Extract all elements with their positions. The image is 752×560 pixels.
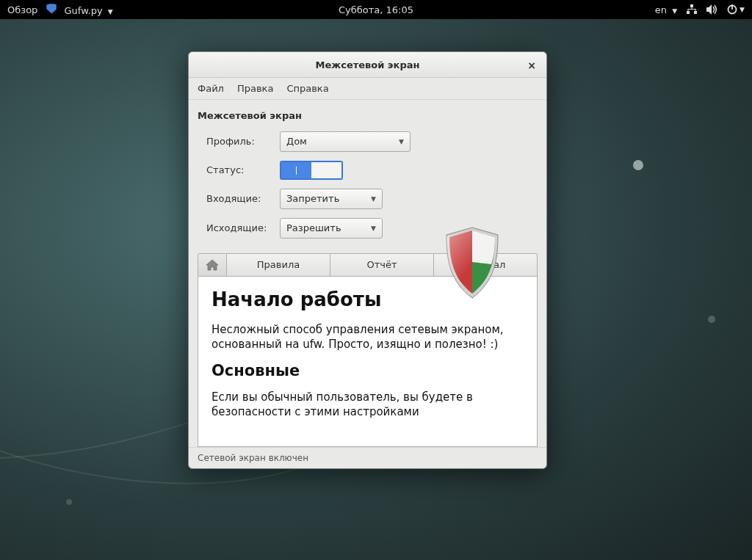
- app-name-label: Gufw.py: [65, 5, 103, 16]
- chevron-down-icon: ▼: [672, 7, 677, 15]
- incoming-label: Входящие:: [206, 193, 272, 204]
- menu-file[interactable]: Файл: [198, 83, 224, 94]
- incoming-combobox[interactable]: Запретить ▼: [280, 189, 383, 209]
- svg-marker-7: [706, 4, 712, 15]
- svg-rect-9: [731, 4, 733, 10]
- app-menu[interactable]: Gufw.py ▼: [46, 4, 112, 16]
- profile-label: Профиль:: [206, 136, 272, 147]
- status-text: Сетевой экран включен: [198, 453, 308, 463]
- status-label: Статус:: [206, 164, 272, 175]
- activities-button[interactable]: Обзор: [7, 4, 37, 15]
- chevron-down-icon: ▼: [371, 195, 376, 203]
- home-icon: [206, 259, 219, 271]
- welcome-text: Несложный способ управления сетевым экра…: [212, 322, 524, 352]
- gufw-window: Межсетевой экран × Файл Правка Справка М…: [188, 51, 547, 469]
- incoming-value: Запретить: [286, 193, 339, 204]
- profile-value: Дом: [286, 136, 307, 147]
- section-header: Межсетевой экран: [189, 100, 546, 127]
- lang-label: en: [655, 4, 667, 15]
- tab-home[interactable]: [198, 253, 227, 277]
- tab-rules[interactable]: Правила: [227, 253, 330, 277]
- close-icon: ×: [527, 59, 536, 71]
- outgoing-combobox[interactable]: Разрешить ▼: [280, 218, 383, 239]
- toggle-on-handle: ❘: [281, 162, 311, 178]
- outgoing-value: Разрешить: [286, 222, 341, 233]
- chevron-down-icon: ▼: [108, 8, 113, 15]
- volume-icon[interactable]: [706, 4, 718, 15]
- svg-rect-0: [690, 4, 693, 7]
- power-icon[interactable]: ▼: [727, 4, 745, 15]
- window-title: Межсетевой экран: [189, 59, 546, 70]
- svg-rect-4: [688, 9, 696, 10]
- svg-rect-2: [694, 11, 697, 14]
- menubar: Файл Правка Справка: [189, 78, 546, 99]
- svg-rect-5: [688, 9, 689, 11]
- clock[interactable]: Суббота, 16:05: [339, 4, 413, 15]
- keyboard-layout-indicator[interactable]: en ▼: [655, 4, 677, 15]
- menu-edit[interactable]: Правка: [237, 83, 273, 94]
- svg-rect-6: [695, 9, 696, 11]
- menu-help[interactable]: Справка: [286, 83, 328, 94]
- window-titlebar[interactable]: Межсетевой экран ×: [189, 52, 546, 78]
- chevron-down-icon: ▼: [399, 138, 404, 145]
- statusbar: Сетевой экран включен: [189, 447, 546, 468]
- gufw-app-icon: [46, 4, 57, 14]
- shield-icon: [442, 226, 502, 302]
- tab-report[interactable]: Отчёт: [330, 253, 434, 277]
- basics-text: Если вы обычный пользователь, вы будете …: [212, 390, 524, 420]
- status-toggle[interactable]: ❘: [280, 161, 343, 180]
- toggle-off-handle: [311, 162, 341, 178]
- profile-combobox[interactable]: Дом ▼: [280, 131, 411, 152]
- outgoing-label: Исходящие:: [206, 222, 272, 233]
- chevron-down-icon: ▼: [740, 6, 745, 13]
- basics-heading: Основные: [212, 362, 524, 379]
- close-button[interactable]: ×: [524, 58, 539, 73]
- network-icon[interactable]: [686, 4, 698, 15]
- svg-rect-1: [687, 11, 690, 14]
- chevron-down-icon: ▼: [371, 225, 376, 232]
- gnome-topbar: Обзор Gufw.py ▼ Суббота, 16:05 en ▼ ▼: [0, 0, 752, 19]
